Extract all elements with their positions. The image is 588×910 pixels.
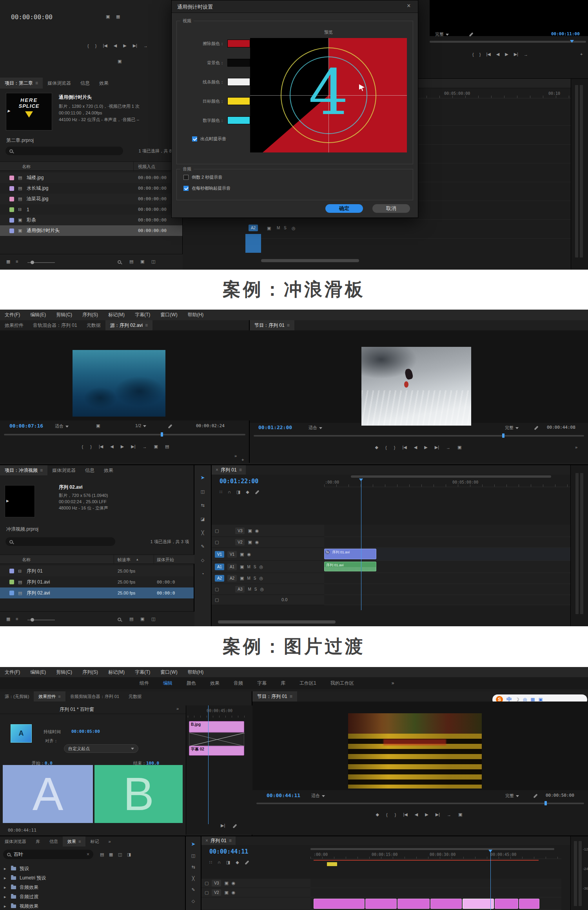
- tab-info[interactable]: 信息: [80, 465, 99, 475]
- mute-button[interactable]: M: [277, 226, 280, 230]
- search-input-value[interactable]: 百叶: [14, 851, 83, 858]
- playhead-handle[interactable]: [488, 850, 492, 852]
- label-color-chip[interactable]: [9, 207, 14, 212]
- add-button[interactable]: +: [241, 457, 244, 462]
- razor-tool[interactable]: ╳: [192, 876, 195, 881]
- timeline-playhead[interactable]: [490, 851, 491, 910]
- track-a1-label[interactable]: A1: [227, 564, 237, 570]
- ripple-edit-tool[interactable]: ⇆: [191, 865, 195, 870]
- eye-icon[interactable]: ◉: [232, 881, 236, 886]
- tab-markers[interactable]: 标记: [85, 836, 103, 847]
- export-frame-icon[interactable]: ▣: [458, 812, 462, 817]
- step-back-icon[interactable]: ◀: [496, 52, 499, 57]
- tab-project[interactable]: 项目：冲浪视频≡: [0, 465, 47, 475]
- tab-program[interactable]: 节目：序列 01≡: [250, 320, 294, 330]
- mark-out-icon[interactable]: }: [479, 52, 481, 57]
- menu-help[interactable]: 帮助(H): [188, 669, 204, 676]
- mark-in-icon[interactable]: {: [87, 44, 89, 48]
- solo-button[interactable]: S: [284, 226, 287, 230]
- track-v1-header[interactable]: V1 V1 ▣ ◉: [212, 548, 324, 561]
- filter-accelerated-icon[interactable]: ▤: [100, 852, 104, 857]
- add-marker-icon[interactable]: ◆: [375, 445, 378, 450]
- label-color-chip[interactable]: [9, 218, 14, 223]
- snap-icon[interactable]: ∩: [228, 489, 231, 495]
- panel-menu-icon[interactable]: ≡: [58, 694, 60, 699]
- eye-icon[interactable]: ◉: [255, 540, 259, 545]
- export-frame-icon[interactable]: ▣: [457, 445, 461, 450]
- track-select-tool[interactable]: ◫: [191, 853, 195, 858]
- source-v1-chip[interactable]: V1: [215, 551, 224, 558]
- disclosure-icon[interactable]: ▸: [4, 866, 6, 871]
- timeline-h-scrollbar[interactable]: [218, 620, 336, 624]
- disclosure-icon[interactable]: ▸: [4, 904, 6, 909]
- image-clip[interactable]: [519, 899, 539, 909]
- label-color-chip[interactable]: [9, 591, 14, 595]
- transition-ramp-box[interactable]: [189, 732, 244, 746]
- cancel-button[interactable]: 取消: [372, 204, 410, 213]
- find-icon[interactable]: [118, 618, 121, 621]
- label-color-chip[interactable]: [9, 580, 14, 584]
- mark-in-icon[interactable]: {: [82, 444, 83, 449]
- zoom-slider-handle[interactable]: [31, 261, 34, 264]
- ok-button[interactable]: 确定: [325, 204, 363, 213]
- table-row-selected[interactable]: ▤ 序列 02.avi 25.00 fps 00:00:0: [0, 587, 194, 598]
- close-icon[interactable]: ×: [205, 838, 208, 843]
- program-quality-select[interactable]: 完整: [505, 425, 519, 431]
- zoom-slider[interactable]: [27, 620, 55, 620]
- table-row[interactable]: ▤ 水长城.jpg 00:00:00:00: [0, 183, 182, 194]
- tab-metadata[interactable]: 元数据: [124, 691, 146, 702]
- tab-media-browser[interactable]: 媒体浏览器: [43, 78, 76, 89]
- insert-icon[interactable]: ▣: [154, 444, 158, 449]
- effects-tree-item[interactable]: ▸ 音频过渡: [0, 892, 185, 901]
- tab-audio-mixer[interactable]: 音轨混合器：序列 01: [28, 320, 82, 330]
- table-row-selected[interactable]: ▣ 通用倒计时片头 00:00:00:00: [0, 225, 182, 236]
- add-button[interactable]: +: [580, 52, 583, 56]
- menu-file[interactable]: 文件(F): [5, 312, 20, 318]
- source-scrub-bar[interactable]: [4, 434, 245, 435]
- video-clip[interactable]: fx 序列 01.avi: [324, 549, 376, 559]
- program-fit-select[interactable]: 适合: [309, 425, 322, 431]
- panel-menu-icon[interactable]: ≡: [40, 468, 43, 473]
- workspace-custom1[interactable]: 工作区1: [299, 680, 316, 687]
- transition-thumbnail[interactable]: A: [11, 724, 32, 743]
- razor-tool[interactable]: ╳: [201, 530, 204, 535]
- go-to-out-icon[interactable]: →: [447, 812, 451, 817]
- settings-icon[interactable]: [232, 824, 237, 828]
- sync-lock-icon[interactable]: ▣: [248, 540, 252, 545]
- timeline-playhead[interactable]: [361, 481, 361, 610]
- track-a2-selected-block[interactable]: [245, 234, 261, 253]
- workspace-audio[interactable]: 音频: [234, 680, 243, 687]
- table-row[interactable]: ▤ 城楼.jpg 00:00:00:00: [0, 172, 182, 183]
- col-name[interactable]: 名称: [22, 164, 31, 170]
- wrench-icon[interactable]: [533, 794, 537, 798]
- tab-effect-controls[interactable]: 效果控件: [0, 320, 28, 330]
- timeline-settings-icon[interactable]: [255, 490, 259, 494]
- step-back-icon[interactable]: ◀: [414, 445, 417, 450]
- image-clip-selected[interactable]: [463, 899, 494, 909]
- program-timecode[interactable]: 00:01:22:00: [258, 424, 292, 430]
- play-icon[interactable]: ▶: [505, 52, 508, 57]
- label-color-chip[interactable]: [9, 569, 14, 573]
- image-clip[interactable]: [495, 899, 518, 909]
- track-a2-header[interactable]: A2 A2 ▣ M S ◎: [212, 573, 324, 584]
- track-v3-header[interactable]: ▢ V3 ▣ ◉: [212, 525, 324, 537]
- solo-button[interactable]: S: [254, 576, 256, 580]
- go-to-out-icon[interactable]: →: [446, 445, 450, 450]
- marker-icon[interactable]: ◆: [236, 860, 239, 865]
- label-color-chip[interactable]: [9, 186, 14, 191]
- tab-sequence[interactable]: × 序列 01 ≡: [212, 465, 246, 475]
- menu-markers[interactable]: 标记(M): [108, 669, 125, 676]
- tab-source[interactable]: 源：序列 02.avi≡: [105, 320, 152, 330]
- mark-in-icon[interactable]: {: [385, 445, 387, 450]
- menu-titles[interactable]: 字幕(T): [135, 669, 150, 676]
- mini-playhead[interactable]: [208, 705, 209, 824]
- sync-lock-icon[interactable]: ▣: [240, 564, 244, 569]
- audio-clip[interactable]: 序列 01.avi: [324, 562, 376, 571]
- program-fit-select[interactable]: 适合: [311, 793, 325, 799]
- track-v2-content[interactable]: [310, 888, 561, 897]
- step-back-icon[interactable]: ◀: [114, 43, 117, 48]
- step-forward-icon[interactable]: ▶|: [131, 444, 135, 449]
- effects-search-box[interactable]: 百叶 ×: [3, 850, 93, 859]
- source-timecode[interactable]: 00:00:07:16: [9, 423, 43, 429]
- eye-icon[interactable]: ◉: [247, 552, 251, 557]
